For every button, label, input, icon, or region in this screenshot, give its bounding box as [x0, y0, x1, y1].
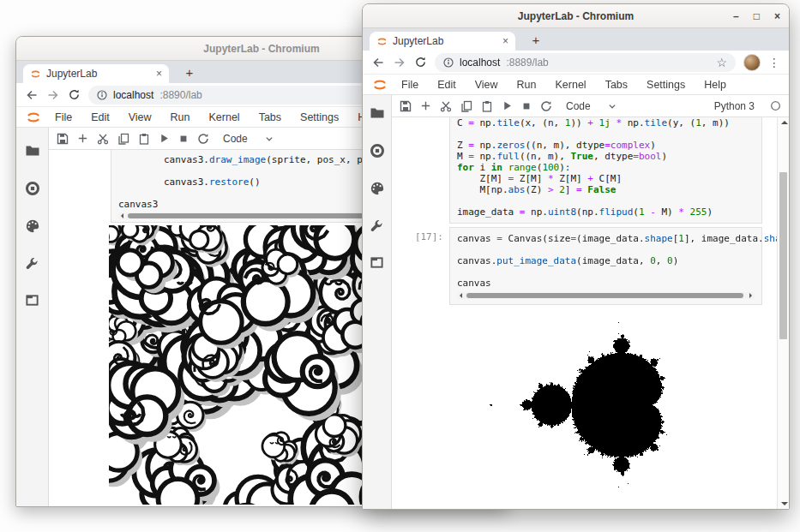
- property-inspector-icon[interactable]: [25, 256, 39, 271]
- forward-icon[interactable]: [46, 88, 60, 102]
- copy-cells-icon[interactable]: [460, 100, 472, 112]
- restart-kernel-icon[interactable]: [540, 100, 552, 112]
- open-tabs-icon[interactable]: [25, 293, 39, 308]
- running-sessions-icon[interactable]: [370, 143, 385, 158]
- menu-file[interactable]: File: [392, 79, 428, 91]
- cell-h-scrollbar[interactable]: [457, 292, 755, 299]
- notebook-toolbar: Code Python 3: [392, 95, 789, 117]
- menu-edit[interactable]: Edit: [81, 111, 119, 123]
- minimize-button[interactable]: –: [733, 11, 739, 21]
- url-bar[interactable]: localhost:8889/lab ☆: [435, 53, 736, 72]
- v-scroll-thumb[interactable]: [779, 172, 787, 339]
- back-icon[interactable]: [371, 56, 385, 69]
- jupyterlab-sidebar: [16, 128, 49, 506]
- window-title: JupyterLab - Chromium: [518, 10, 634, 22]
- notebook-content[interactable]: C = np.tile(x, (n, 1)) + 1j * np.tile(y,…: [392, 117, 789, 509]
- kernel-status-icon[interactable]: [770, 100, 781, 111]
- chevron-down-icon[interactable]: [265, 134, 274, 143]
- window-title: JupyterLab - Chromium: [203, 43, 319, 55]
- save-icon[interactable]: [57, 133, 69, 145]
- jupyterlab-sidebar: [363, 95, 392, 509]
- desktop: JupyterLab - Chromium JupyterLab × +: [0, 0, 800, 532]
- notebook-v-scrollbar[interactable]: [777, 117, 789, 509]
- window-front-jupyterlab[interactable]: JupyterLab - Chromium – □ × JupyterLab ×…: [362, 3, 790, 510]
- menu-edit[interactable]: Edit: [428, 79, 466, 91]
- paste-cells-icon[interactable]: [138, 133, 150, 145]
- new-tab-button[interactable]: +: [181, 63, 198, 81]
- cut-cells-icon[interactable]: [97, 133, 109, 145]
- chevron-down-icon[interactable]: [608, 102, 617, 111]
- menu-kernel[interactable]: Kernel: [546, 79, 596, 91]
- jupyter-favicon-icon: [376, 36, 388, 47]
- h-scroll-thumb[interactable]: [466, 293, 743, 298]
- copy-cells-icon[interactable]: [117, 133, 129, 145]
- url-path: :8890/lab: [159, 89, 202, 101]
- titlebar[interactable]: JupyterLab - Chromium – □ ×: [363, 4, 789, 28]
- menu-view[interactable]: View: [466, 79, 508, 91]
- jupyter-logo-icon: [26, 110, 41, 125]
- profile-avatar[interactable]: [743, 54, 761, 71]
- tab-title: JupyterLab: [46, 68, 151, 80]
- back-icon[interactable]: [25, 88, 39, 102]
- menu-run[interactable]: Run: [508, 79, 546, 91]
- scroll-right-icon[interactable]: [749, 293, 755, 298]
- running-sessions-icon[interactable]: [25, 181, 40, 196]
- menu-tabs[interactable]: Tabs: [596, 79, 637, 91]
- restart-kernel-icon[interactable]: [197, 133, 209, 145]
- menu-kernel[interactable]: Kernel: [200, 111, 250, 123]
- menu-tabs[interactable]: Tabs: [250, 111, 291, 123]
- maximize-button[interactable]: □: [754, 11, 760, 21]
- reload-icon[interactable]: [68, 88, 81, 101]
- code-cell[interactable]: canvas = Canvas(size=(image_data.shape[1…: [449, 227, 762, 305]
- browser-tab[interactable]: JupyterLab ×: [370, 32, 515, 51]
- open-tabs-icon[interactable]: [370, 255, 384, 270]
- add-cell-icon[interactable]: [77, 133, 88, 144]
- jupyter-favicon-icon: [30, 69, 41, 80]
- property-inspector-icon[interactable]: [370, 218, 384, 233]
- save-icon[interactable]: [400, 100, 412, 112]
- add-cell-icon[interactable]: [420, 100, 431, 111]
- browser-toolbar: localhost:8889/lab ☆ ⋮: [363, 51, 789, 75]
- kernel-name[interactable]: Python 3: [714, 100, 755, 112]
- url-host: localhost: [113, 89, 153, 101]
- command-palette-icon[interactable]: [25, 218, 40, 234]
- forward-icon[interactable]: [393, 56, 406, 69]
- browser-tab[interactable]: JupyterLab ×: [23, 64, 169, 83]
- scroll-left-icon[interactable]: [457, 293, 462, 298]
- menu-run[interactable]: Run: [161, 111, 200, 123]
- menu-help[interactable]: Help: [695, 79, 736, 91]
- output-canvas-mandelbrot: [448, 305, 757, 509]
- close-button[interactable]: ×: [774, 11, 780, 21]
- code-cell[interactable]: C = np.tile(x, (n, 1)) + 1j * np.tile(y,…: [449, 117, 762, 224]
- run-cell-icon[interactable]: [159, 133, 170, 144]
- execution-count: [17]:: [392, 231, 443, 242]
- file-browser-icon[interactable]: [25, 143, 40, 158]
- cell-type-dropdown[interactable]: Code: [566, 100, 591, 112]
- paste-cells-icon[interactable]: [481, 100, 493, 112]
- browser-menu-icon[interactable]: ⋮: [768, 57, 780, 69]
- scroll-left-icon[interactable]: [118, 213, 123, 218]
- new-tab-button[interactable]: +: [527, 31, 544, 48]
- tab-close-icon[interactable]: ×: [502, 35, 508, 47]
- jupyterlab-menubar: File Edit View Run Kernel Tabs Settings …: [363, 75, 789, 95]
- scroll-up-icon[interactable]: [781, 121, 788, 124]
- menu-view[interactable]: View: [119, 111, 161, 123]
- interrupt-kernel-icon[interactable]: [521, 101, 532, 111]
- bookmark-star-icon[interactable]: ☆: [716, 57, 727, 69]
- interrupt-kernel-icon[interactable]: [178, 134, 189, 144]
- cut-cells-icon[interactable]: [440, 100, 452, 112]
- cell-type-dropdown[interactable]: Code: [223, 133, 248, 145]
- file-browser-icon[interactable]: [370, 105, 385, 121]
- info-icon[interactable]: [97, 90, 107, 100]
- menu-settings[interactable]: Settings: [291, 111, 348, 123]
- url-path: :8889/lab: [506, 57, 548, 69]
- run-cell-icon[interactable]: [502, 100, 513, 111]
- command-palette-icon[interactable]: [370, 181, 385, 196]
- scroll-down-icon[interactable]: [781, 502, 788, 505]
- menu-file[interactable]: File: [45, 111, 81, 123]
- info-icon[interactable]: [443, 57, 454, 68]
- reload-icon[interactable]: [414, 56, 427, 69]
- jupyter-logo-icon: [372, 77, 388, 93]
- menu-settings[interactable]: Settings: [637, 79, 695, 91]
- tab-close-icon[interactable]: ×: [156, 68, 162, 80]
